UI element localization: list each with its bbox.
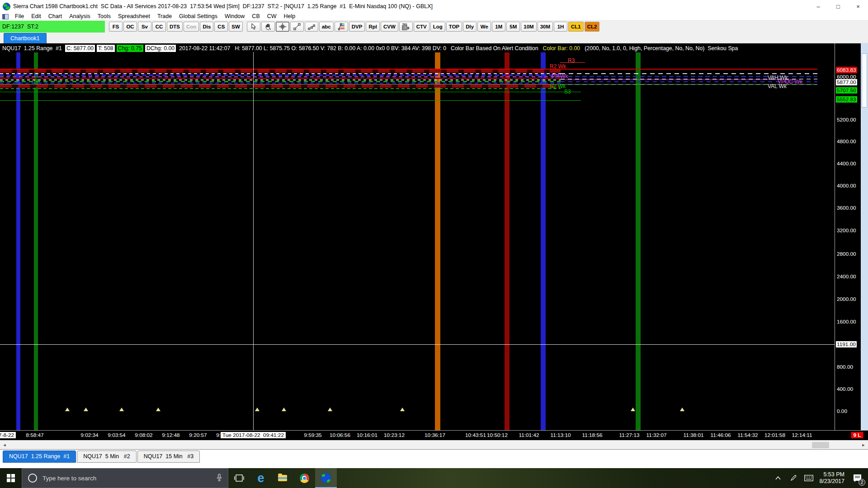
toolbar-button[interactable]: Con xyxy=(184,22,199,32)
time-label: 10:50:12 xyxy=(487,432,508,438)
chart-header-line: NQU17 1.25 Range #1C: 5877.00T: 508Chg: … xyxy=(1,45,834,52)
trendline-icon xyxy=(293,23,301,30)
sierra-chart-taskbar-button[interactable] xyxy=(315,468,337,488)
tpo-profile-button[interactable]: TPO xyxy=(399,22,413,32)
text-tool-button[interactable]: abc xyxy=(319,22,334,32)
toolbar: DF:1237 ST:2 FSOCSvCCDTSConDisCSSW abc D… xyxy=(0,20,868,33)
toolbar-button[interactable]: CVW xyxy=(381,22,398,32)
price-axis[interactable]: 6083.836000.005877.005707.505552.835200.… xyxy=(835,43,861,430)
trendline-tool-button[interactable] xyxy=(290,22,304,32)
price-axis-separator xyxy=(835,43,835,430)
edge-button[interactable]: e xyxy=(250,468,272,488)
price-label: 3600.00 xyxy=(836,205,857,211)
menu-item[interactable]: Trade xyxy=(154,13,175,19)
toolbar-button[interactable]: Log xyxy=(430,22,445,32)
toolbar-button[interactable]: 1M xyxy=(492,22,505,32)
app-icon xyxy=(3,3,10,10)
toolbar-button[interactable]: We xyxy=(477,22,491,32)
toolbar-button[interactable]: SW xyxy=(229,22,243,32)
menu-item[interactable]: Help xyxy=(280,13,299,19)
menu-item[interactable]: CB xyxy=(248,13,263,19)
ray-tool-button[interactable] xyxy=(305,22,318,32)
crosshair-tool-button[interactable] xyxy=(276,22,289,32)
menu-item[interactable]: Window xyxy=(221,13,248,19)
price-label: 400.00 xyxy=(836,386,854,392)
chart-tab-bar: NQU17 1.25 Range #1NQU17 5 Min #2NQU17 1… xyxy=(0,449,868,464)
toolbar-button[interactable]: FS xyxy=(109,22,123,32)
toolbar-button[interactable]: Dis xyxy=(200,22,213,32)
action-center-button[interactable]: 2 xyxy=(847,468,868,488)
close-button[interactable]: × xyxy=(848,0,868,13)
notification-badge: 2 xyxy=(859,479,865,486)
file-explorer-button[interactable] xyxy=(272,468,293,488)
taskbar-search[interactable]: Type here to search xyxy=(22,468,228,488)
price-label: 800.00 xyxy=(836,364,854,370)
scroll-right-arrow-icon[interactable]: ► xyxy=(859,441,868,450)
time-axis[interactable]: 7-8-228:58:479:02:349:03:549:08:029:12:4… xyxy=(0,430,868,440)
chart-link-button[interactable]: CL2 xyxy=(585,22,600,32)
scroll-left-arrow-icon[interactable]: ◄ xyxy=(0,441,9,450)
menu-item[interactable]: Analysis xyxy=(66,13,94,19)
pointer-tool-button[interactable] xyxy=(247,22,260,32)
minimize-button[interactable]: – xyxy=(808,0,828,13)
toolbar-button[interactable]: OC xyxy=(123,22,137,32)
chart-window-icon xyxy=(2,14,9,19)
price-label: 4000.00 xyxy=(836,183,857,189)
pan-hand-icon xyxy=(264,23,272,30)
header-segment: Chg: 0.75 xyxy=(117,45,143,52)
toolbar-button[interactable]: CC xyxy=(152,22,166,32)
pan-tool-button[interactable] xyxy=(261,22,275,32)
menubar: FileEditChartAnalysisToolsSpreadsheetTra… xyxy=(0,13,868,20)
toolbar-button[interactable]: TOP xyxy=(446,22,462,32)
toolbar-button[interactable]: DVP xyxy=(349,22,365,32)
header-segment: H: 5877.00 L: 5875.75 O: 5876.50 V: 782 … xyxy=(233,45,448,52)
chart-tab[interactable]: NQU17 5 Min #2 xyxy=(77,450,137,463)
start-button[interactable] xyxy=(0,468,22,488)
file-explorer-icon xyxy=(278,475,287,481)
tray-overflow-button[interactable] xyxy=(770,468,786,488)
touch-keyboard-button[interactable] xyxy=(801,468,816,488)
horizontal-scrollbar[interactable]: ◄ ► xyxy=(0,440,868,449)
price-label: 1600.00 xyxy=(836,319,857,325)
menu-item[interactable]: Global Settings xyxy=(175,13,221,19)
menu-item[interactable]: Tools xyxy=(94,13,114,19)
menu-item[interactable]: Chart xyxy=(45,13,66,19)
chart-tab[interactable]: NQU17 15 Min #3 xyxy=(137,450,200,463)
price-label: 4400.00 xyxy=(836,160,857,167)
time-label: 9:03:54 xyxy=(108,432,125,438)
time-label: 11:38:01 xyxy=(683,432,703,438)
menu-item[interactable]: Edit xyxy=(28,13,45,19)
toolbar-button[interactable]: Sv xyxy=(138,22,151,32)
price-label: 3200.00 xyxy=(836,227,857,234)
vertical-scrollbar-thumb[interactable] xyxy=(862,53,867,108)
task-view-button[interactable] xyxy=(228,468,250,488)
menu-item[interactable]: CW xyxy=(264,13,280,19)
toolbar-button[interactable]: CTV xyxy=(414,22,429,32)
taskbar-clock[interactable]: 5:53 PM 8/23/2017 xyxy=(816,471,847,485)
toolbar-button[interactable]: Rpl xyxy=(366,22,380,32)
retracement-icon xyxy=(338,23,345,30)
time-label: 9 L xyxy=(851,432,863,438)
chart-plot-area[interactable]: R3R2 WkPP WkVAH WkVPOC WkVAL WkS2 WkS3 N… xyxy=(0,43,835,430)
toolbar-button[interactable]: 30M xyxy=(538,22,553,32)
study-label: S2 Wk xyxy=(550,84,566,89)
chart-tab[interactable]: NQU17 1.25 Range #1 xyxy=(3,450,76,463)
toolbar-button[interactable]: CS xyxy=(214,22,228,32)
toolbar-button[interactable]: 5M xyxy=(506,22,520,32)
system-tray: 5:53 PM 8/23/2017 2 xyxy=(770,468,868,488)
menu-item[interactable]: Spreadsheet xyxy=(114,13,154,19)
toolbar-button[interactable]: 10M xyxy=(521,22,536,32)
chartbook-tab-row: Chartbook1 xyxy=(0,33,868,43)
chartbook-tab[interactable]: Chartbook1 xyxy=(4,33,47,43)
menu-item[interactable]: File xyxy=(11,13,28,19)
horizontal-scrollbar-thumb[interactable] xyxy=(812,442,829,448)
pen-settings-button[interactable] xyxy=(786,468,801,488)
vertical-scrollbar[interactable] xyxy=(861,43,868,430)
toolbar-button[interactable]: 1H xyxy=(554,22,567,32)
maximize-button[interactable]: □ xyxy=(828,0,848,13)
retracement-tool-button[interactable] xyxy=(335,22,348,32)
toolbar-button[interactable]: DTS xyxy=(167,22,183,32)
toolbar-button[interactable]: Dly xyxy=(463,22,476,32)
chrome-button[interactable] xyxy=(293,468,315,488)
chart-link-button[interactable]: CL1 xyxy=(568,22,584,32)
